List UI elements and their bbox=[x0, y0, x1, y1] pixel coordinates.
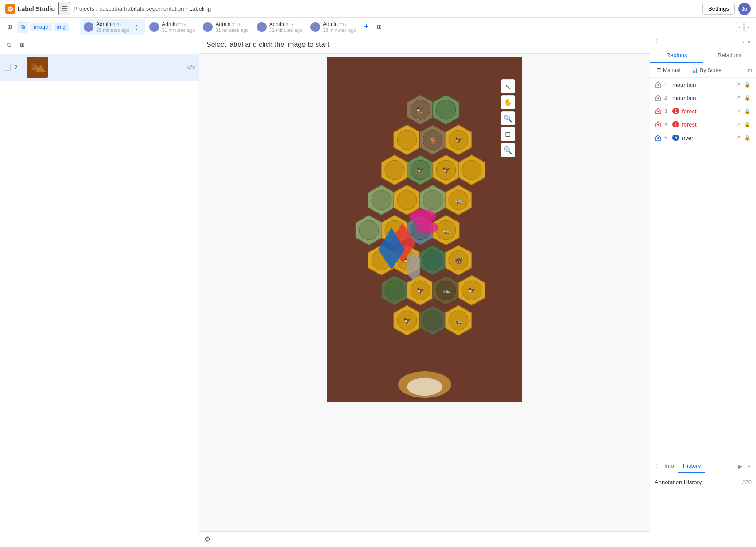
fit-view-button[interactable]: ⊡ bbox=[501, 127, 515, 141]
tab-time-1: 31 minutes ago bbox=[162, 27, 195, 33]
tab-user-3: Admin #17 bbox=[269, 21, 302, 27]
sort-manual-button[interactable]: ☰ Manual bbox=[654, 66, 683, 75]
next-arrow[interactable]: › bbox=[744, 22, 752, 32]
svg-point-88 bbox=[657, 84, 659, 86]
svg-text:🦡: 🦡 bbox=[454, 197, 462, 204]
tab-relations[interactable]: Relations bbox=[703, 48, 756, 63]
tab-time-3: 32 minutes ago bbox=[269, 27, 302, 33]
region-item-2[interactable]: 3 1 forest ↗ 🔒 bbox=[650, 104, 756, 118]
region-label-2: forest bbox=[682, 108, 733, 115]
zoom-in-button[interactable]: 🔍 bbox=[501, 111, 515, 125]
svg-point-16 bbox=[397, 130, 417, 150]
canvas-instruction: Select label and click the image to star… bbox=[206, 41, 643, 49]
list-item[interactable]: 2 </> bbox=[0, 54, 199, 81]
sort-score-button[interactable]: 📊 By Score bbox=[689, 66, 724, 75]
annotation-history-label: Annotation History bbox=[655, 479, 702, 485]
tab-history[interactable]: History bbox=[678, 460, 705, 473]
add-annotation-button[interactable]: + bbox=[361, 20, 372, 34]
svg-text:🐻: 🐻 bbox=[454, 257, 462, 265]
regions-section-handle: ⠿ › × bbox=[650, 36, 756, 48]
region-num-2: 3 bbox=[664, 108, 670, 114]
svg-point-84 bbox=[409, 209, 436, 223]
history-drag-handle[interactable]: ⠿ bbox=[654, 463, 658, 470]
region-lock-btn-3[interactable]: 🔒 bbox=[743, 120, 752, 128]
history-content: Annotation History #20 bbox=[650, 474, 756, 547]
svg-text:🦅: 🦅 bbox=[416, 167, 424, 174]
regions-tabs: Regions Relations bbox=[650, 48, 756, 63]
prev-arrow[interactable]: ‹ bbox=[736, 22, 744, 32]
canvas-header: Select label and click the image to star… bbox=[199, 36, 650, 54]
tab-more-0[interactable]: ⋮ bbox=[132, 23, 141, 31]
region-item-4[interactable]: 5 5 river ↗ 🔒 bbox=[650, 131, 756, 144]
history-expand-btn[interactable]: ▶ bbox=[737, 462, 744, 470]
manual-label: Manual bbox=[663, 67, 680, 73]
nav-arrows: ‹ › bbox=[736, 22, 752, 32]
close-panel-button[interactable]: × bbox=[746, 38, 752, 46]
svg-text:🦅: 🦅 bbox=[442, 167, 450, 174]
image-label[interactable]: image bbox=[30, 23, 52, 31]
region-item-0[interactable]: 1 mountain ↗ 🔒 bbox=[650, 78, 756, 91]
region-item-1[interactable]: 2 mountain ↗ 🔒 bbox=[650, 91, 756, 104]
list-checkbox[interactable] bbox=[4, 64, 11, 71]
region-num-1: 2 bbox=[664, 95, 670, 100]
region-lock-btn-0[interactable]: 🔒 bbox=[743, 81, 752, 89]
region-link-btn-4[interactable]: ↗ bbox=[735, 134, 741, 142]
list-grid-toggle[interactable]: ⊞ bbox=[16, 39, 28, 50]
tab-avatar-1 bbox=[149, 22, 159, 32]
annotation-tab-4[interactable]: Admin #16 33 minutes ago bbox=[307, 19, 360, 35]
region-lock-btn-1[interactable]: 🔒 bbox=[743, 94, 752, 102]
region-link-btn-3[interactable]: ↗ bbox=[735, 120, 741, 128]
annotation-tab-0[interactable]: Admin #20 29 minutes ago ⋮ bbox=[80, 19, 145, 35]
region-num-3: 4 bbox=[664, 122, 670, 127]
history-tabs: Info History bbox=[660, 460, 705, 473]
breadcrumb-project[interactable]: cascadia-habitats-segementation bbox=[100, 5, 184, 12]
drag-handle[interactable]: ⠿ bbox=[654, 39, 658, 46]
region-num-4: 5 bbox=[664, 135, 670, 140]
svg-text:🦅: 🦅 bbox=[416, 106, 425, 114]
canvas-image[interactable]: 🦅 🦌 🦅 bbox=[327, 57, 522, 402]
tab-info-2: Admin #18 31 minutes ago bbox=[215, 21, 248, 33]
refresh-icon[interactable]: ↻ bbox=[748, 67, 752, 74]
region-label-0: mountain bbox=[672, 81, 733, 88]
img-label[interactable]: img bbox=[54, 23, 69, 31]
hamburger-button[interactable]: ☰ bbox=[58, 2, 70, 15]
region-link-btn-1[interactable]: ↗ bbox=[735, 94, 741, 102]
svg-text:🦅: 🦅 bbox=[403, 317, 411, 325]
filter-icon[interactable]: ⚙ bbox=[205, 535, 211, 543]
tab-avatar-0 bbox=[84, 22, 93, 32]
expand-button[interactable]: › bbox=[740, 38, 746, 46]
zoom-out-button[interactable]: 🔍 bbox=[501, 143, 515, 157]
split-view-button[interactable]: ⧉ bbox=[17, 21, 28, 33]
region-lock-btn-4[interactable]: 🔒 bbox=[743, 134, 752, 142]
pan-tool[interactable]: ✋ bbox=[501, 95, 515, 109]
region-item-3[interactable]: 4 1 forest ↗ 🔒 bbox=[650, 118, 756, 131]
annotation-tab-2[interactable]: Admin #18 31 minutes ago bbox=[199, 19, 252, 35]
svg-point-38 bbox=[423, 190, 442, 210]
annotation-tab-1[interactable]: Admin #19 31 minutes ago bbox=[146, 19, 198, 35]
list-code-icon[interactable]: </> bbox=[187, 64, 195, 71]
breadcrumb-current: Labeling bbox=[189, 5, 211, 12]
tab-info[interactable]: Info bbox=[660, 460, 678, 473]
settings-button[interactable]: Settings bbox=[702, 3, 735, 15]
svg-text:🦅: 🦅 bbox=[454, 137, 462, 144]
history-close-btn[interactable]: × bbox=[746, 462, 752, 470]
region-type-icon-3 bbox=[655, 121, 662, 128]
region-link-btn-0[interactable]: ↗ bbox=[735, 81, 741, 89]
annotation-tab-3[interactable]: Admin #17 32 minutes ago bbox=[253, 19, 306, 35]
grid-view-button[interactable]: ⊞ bbox=[4, 21, 16, 32]
svg-point-36 bbox=[397, 190, 417, 210]
app-title: Label Studio bbox=[18, 5, 55, 12]
annotation-grid-button[interactable]: ⊞ bbox=[373, 21, 385, 32]
list-view-toggle[interactable]: ⧉ bbox=[4, 39, 15, 51]
region-actions-0: ↗ 🔒 bbox=[735, 81, 752, 89]
region-actions-1: ↗ 🔒 bbox=[735, 94, 752, 102]
region-lock-btn-2[interactable]: 🔒 bbox=[743, 107, 752, 115]
region-label-4: river bbox=[682, 135, 733, 141]
tab-regions[interactable]: Regions bbox=[650, 48, 703, 63]
svg-point-62 bbox=[385, 281, 404, 300]
breadcrumb-projects[interactable]: Projects bbox=[74, 5, 94, 12]
tool-bar: ⊞ ⧉ image img Admin #20 29 minutes ago ⋮… bbox=[0, 18, 756, 36]
region-link-btn-2[interactable]: ↗ bbox=[735, 107, 741, 115]
annotation-history-value: #20 bbox=[742, 479, 752, 485]
select-tool[interactable]: ↖ bbox=[501, 79, 515, 93]
